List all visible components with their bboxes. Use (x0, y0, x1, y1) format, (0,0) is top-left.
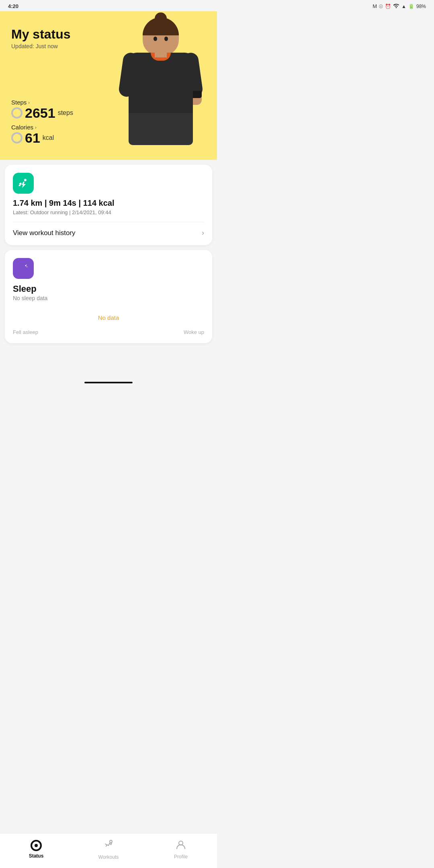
avatar-hair (143, 17, 179, 35)
steps-stat[interactable]: Steps › 2651 steps (11, 99, 73, 120)
avatar-head (143, 17, 179, 55)
home-indicator (84, 382, 133, 383)
workout-stats: 1.74 km | 9m 14s | 114 kcal (13, 199, 204, 208)
avatar-neck (155, 51, 167, 57)
calories-stat[interactable]: Calories › 61 kcal (11, 124, 73, 145)
svg-point-1 (25, 265, 27, 266)
status-time: 4:20 (8, 3, 18, 9)
hero-text: My status Updated: Just now (11, 27, 71, 49)
view-history-chevron: › (202, 229, 204, 237)
status-bar: 4:20 M ⦾ ⏰ ▲ 🔋 98% (0, 0, 217, 11)
woke-up-label: Woke up (184, 329, 204, 335)
hero-title: My status (11, 27, 71, 41)
sleep-subtitle: No sleep data (13, 295, 204, 301)
fell-asleep-label: Fell asleep (13, 329, 38, 335)
steps-value: 2651 (25, 106, 55, 120)
steps-unit: steps (58, 109, 73, 117)
avatar-eye-left (154, 37, 157, 41)
calories-ring-icon (11, 132, 23, 143)
workout-icon (13, 173, 34, 194)
steps-value-row: 2651 steps (11, 106, 73, 120)
steps-label: Steps › (11, 99, 73, 106)
calories-value: 61 (25, 131, 40, 145)
calories-value-row: 61 kcal (11, 131, 73, 145)
avatar-container (104, 11, 217, 160)
view-history-text: View workout history (13, 229, 76, 237)
calories-chevron: › (35, 125, 37, 130)
view-history-row[interactable]: View workout history › (13, 229, 204, 237)
steps-ring-icon (11, 107, 23, 119)
workout-card: 1.74 km | 9m 14s | 114 kcal Latest: Outd… (5, 165, 212, 245)
hero-section: My status Updated: Just now (0, 11, 217, 160)
sleep-no-data: No data (13, 307, 204, 325)
avatar-hair-top (155, 12, 167, 23)
svg-point-0 (24, 179, 27, 181)
sleep-icon (13, 258, 34, 279)
sleep-card: Sleep No sleep data No data Fell asleep … (5, 250, 212, 343)
avatar-figure (113, 17, 209, 154)
sleep-times-row: Fell asleep Woke up (13, 329, 204, 335)
svg-point-3 (26, 264, 27, 265)
stats-section: Steps › 2651 steps Calories › 61 kcal (11, 99, 73, 149)
avatar-body (129, 53, 193, 117)
avatar-eye-right (164, 37, 168, 41)
steps-chevron: › (28, 100, 30, 105)
svg-point-2 (27, 266, 27, 267)
workout-label: Latest: Outdoor running | 2/14/2021, 09:… (13, 209, 204, 215)
calories-unit: kcal (43, 134, 54, 141)
calories-label: Calories › (11, 124, 73, 131)
hero-subtitle: Updated: Just now (11, 43, 71, 49)
workout-divider (13, 222, 204, 222)
avatar-legs (129, 113, 193, 145)
sleep-title: Sleep (13, 284, 204, 294)
